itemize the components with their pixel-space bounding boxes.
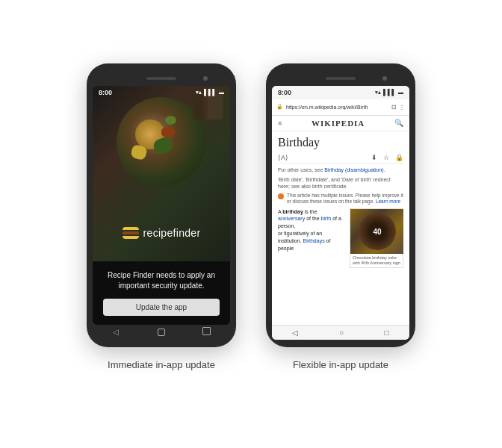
birthdays-link[interactable]: Birthdays — [303, 238, 324, 243]
home-icon — [158, 329, 165, 336]
back-icon-p2[interactable]: ◁ — [292, 329, 298, 337]
phone2-label: Flexible in-app update — [293, 359, 388, 370]
address-bar[interactable]: 🔒 https://en.m.wikipedia.org/wiki/Birth … — [272, 99, 409, 116]
signal-icon-p2: ▌▌▌ — [383, 89, 396, 96]
cake-number: 40 — [373, 227, 381, 235]
update-message-text: Recipe Finder needs to apply an importan… — [103, 270, 220, 291]
burger-icon — [123, 227, 139, 239]
wiki-image-box: 40 Chocolate birthday cake with 40th Ann… — [350, 208, 403, 268]
wiki-body-text2: or figuratively of an institution. Birth… — [278, 230, 345, 252]
back-icon: ◁ — [113, 328, 119, 336]
burger-bun-bottom — [123, 236, 139, 239]
phone1-bg-image: recipefinder — [93, 86, 230, 261]
wiki-disambig-text: For other uses, see Birthday (disambigua… — [278, 167, 403, 173]
star-icon[interactable]: ☆ — [383, 154, 389, 161]
wifi-icon-p2: ▾▴ — [375, 90, 381, 96]
burger-bun-top — [123, 227, 139, 230]
phone1-status-icons: ▾▴ ▌▌▌ ▬ — [196, 89, 224, 96]
app-logo: recipefinder — [93, 227, 230, 239]
anniversary-link[interactable]: anniversary — [278, 216, 305, 221]
phone1-speaker — [146, 77, 176, 80]
address-text: https://en.m.wikipedia.org/wiki/Birth — [286, 105, 388, 110]
phone1-nav-bar: ◁ — [93, 325, 230, 340]
phone1-label: Immediate in-app update — [108, 359, 215, 370]
burger-patty — [123, 231, 139, 234]
phone1-top-bar — [93, 71, 230, 86]
wiki-img-caption: Chocolate birthday cake with 40th Annive… — [350, 254, 403, 267]
phone1-camera — [203, 76, 208, 81]
wiki-notice-text: This article has multiple issues. Please… — [287, 193, 403, 205]
phone2-top-bar — [272, 71, 409, 86]
home-icon-p2[interactable]: ○ — [339, 329, 344, 337]
phone2-status-icons: ▾▴ ▌▌▌ ▬ — [375, 89, 403, 96]
translate-icon[interactable]: ⟨A⟩ — [278, 154, 288, 161]
phone1-status-bar: 8:00 ▾▴ ▌▌▌ ▬ — [93, 86, 230, 99]
wiki-content-area: Birthday ⟨A⟩ ⬇ ☆ 🔒 For other uses, see B… — [272, 131, 409, 325]
recents-icon — [204, 329, 211, 335]
phone2-frame: 8:00 ▾▴ ▌▌▌ ▬ 🔒 https://en.m.wikipedia.o… — [266, 63, 415, 347]
wiki-menu-icon[interactable]: ≡ — [278, 119, 282, 127]
app-name-text: recipefinder — [143, 227, 201, 239]
cake-circle: 40 — [359, 213, 396, 250]
phone1-screen: 8:00 ▾▴ ▌▌▌ ▬ — [93, 86, 230, 325]
main-container: 8:00 ▾▴ ▌▌▌ ▬ — [87, 63, 415, 385]
recents-icon-p2[interactable]: □ — [385, 329, 389, 337]
lock-icon: 🔒 — [276, 104, 283, 110]
signal-icon: ▌▌▌ — [204, 89, 217, 96]
home-button[interactable] — [155, 326, 167, 338]
phone2-section: 8:00 ▾▴ ▌▌▌ ▬ 🔒 https://en.m.wikipedia.o… — [266, 63, 415, 370]
phone2-nav-bar: ◁ ○ □ — [272, 325, 409, 340]
phone2-status-bar: 8:00 ▾▴ ▌▌▌ ▬ — [272, 86, 409, 99]
battery-icon-p2: ▬ — [398, 90, 403, 95]
wiki-notice: This article has multiple issues. Please… — [278, 193, 403, 205]
phone2-camera — [382, 76, 387, 81]
phone1-update-area: Recipe Finder needs to apply an importan… — [93, 261, 230, 325]
phone2-status-time: 8:00 — [278, 89, 291, 96]
recents-button[interactable] — [201, 326, 213, 338]
wiki-body-text: A birthday is the anniversary of the bir… — [278, 208, 345, 230]
wiki-redirect-text: 'Birth date', 'Birthdate', and 'Date of … — [278, 176, 403, 190]
notice-dot — [278, 193, 284, 199]
wiki-cake-image: 40 — [350, 209, 403, 254]
battery-icon: ▬ — [219, 90, 224, 95]
wiki-search-icon[interactable]: 🔍 — [394, 119, 403, 127]
update-app-button[interactable]: Update the app — [103, 299, 220, 316]
wiki-body-section: 40 Chocolate birthday cake with 40th Ann… — [278, 208, 403, 271]
phone1-status-time: 8:00 — [99, 89, 112, 96]
wiki-header: ≡ WIKIPEDIA 🔍 — [272, 116, 409, 131]
phone2-speaker — [326, 77, 356, 80]
cast-icon[interactable]: ⊡ — [391, 104, 397, 111]
back-button[interactable]: ◁ — [110, 326, 122, 338]
phone2-screen: 8:00 ▾▴ ▌▌▌ ▬ 🔒 https://en.m.wikipedia.o… — [272, 86, 409, 340]
wiki-logo-text: WIKIPEDIA — [312, 119, 365, 128]
wiki-page-title: Birthday — [278, 136, 403, 149]
wiki-learn-more-link[interactable]: Learn more — [376, 199, 400, 204]
phone1-section: 8:00 ▾▴ ▌▌▌ ▬ — [87, 63, 236, 370]
wifi-icon: ▾▴ — [196, 90, 202, 96]
download-icon[interactable]: ⬇ — [371, 154, 377, 161]
more-icon[interactable]: ⋮ — [399, 104, 405, 111]
phone1-frame: 8:00 ▾▴ ▌▌▌ ▬ — [87, 63, 236, 347]
wiki-disambig-link[interactable]: Birthday (disambiguation) — [324, 167, 383, 172]
address-bar-icons: ⊡ ⋮ — [391, 104, 405, 111]
birth-link[interactable]: birth — [321, 216, 332, 221]
lock-icon2: 🔒 — [395, 154, 403, 161]
wiki-tools-row: ⟨A⟩ ⬇ ☆ 🔒 — [278, 152, 403, 164]
